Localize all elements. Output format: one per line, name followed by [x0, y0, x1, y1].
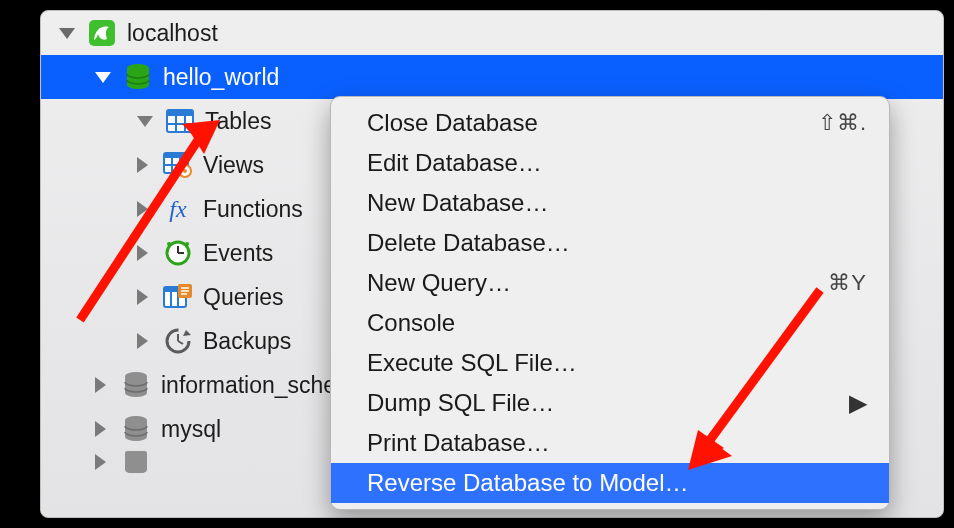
menu-item-label: Delete Database… — [367, 229, 867, 257]
chevron-down-icon[interactable] — [59, 28, 75, 39]
query-icon — [163, 282, 193, 312]
svg-point-18 — [185, 242, 189, 246]
views-label: Views — [203, 152, 264, 179]
chevron-right-icon[interactable] — [137, 157, 148, 173]
svg-point-17 — [167, 242, 171, 246]
menu-item-label: New Database… — [367, 189, 867, 217]
chevron-down-icon[interactable] — [137, 116, 153, 127]
menu-item-label: New Query… — [367, 269, 828, 297]
table-icon — [165, 106, 195, 136]
backups-label: Backups — [203, 328, 291, 355]
menu-item-execute-sql-file[interactable]: Execute SQL File… — [331, 343, 889, 383]
svg-marker-28 — [183, 330, 191, 336]
database-icon — [121, 370, 151, 400]
menu-item-label: Edit Database… — [367, 149, 867, 177]
view-icon — [163, 150, 193, 180]
menu-item-new-database[interactable]: New Database… — [331, 183, 889, 223]
shortcut-text: ⇧⌘. — [818, 110, 867, 136]
menu-item-dump-sql-file[interactable]: Dump SQL File… ▶ — [331, 383, 889, 423]
menu-item-label: Execute SQL File… — [367, 349, 867, 377]
connection-icon — [87, 18, 117, 48]
functions-label: Functions — [203, 196, 303, 223]
context-menu: Close Database ⇧⌘. Edit Database… New Da… — [330, 96, 890, 510]
chevron-right-icon[interactable] — [95, 454, 106, 470]
events-label: Events — [203, 240, 273, 267]
menu-item-print-database[interactable]: Print Database… — [331, 423, 889, 463]
queries-label: Queries — [203, 284, 284, 311]
database-icon — [121, 414, 151, 444]
svg-point-13 — [183, 169, 187, 173]
database-icon — [121, 451, 151, 473]
svg-rect-3 — [167, 110, 193, 116]
database-label: mysql — [161, 416, 221, 443]
function-icon: fx — [163, 194, 193, 224]
menu-item-label: Close Database — [367, 109, 818, 137]
menu-item-label: Console — [367, 309, 867, 337]
menu-item-label: Reverse Database to Model… — [367, 469, 867, 497]
chevron-right-icon[interactable] — [137, 289, 148, 305]
tables-label: Tables — [205, 108, 271, 135]
menu-item-close-database[interactable]: Close Database ⇧⌘. — [331, 103, 889, 143]
chevron-right-icon[interactable] — [137, 245, 148, 261]
connection-label: localhost — [127, 20, 218, 47]
chevron-down-icon[interactable] — [95, 72, 111, 83]
submenu-arrow-icon: ▶ — [849, 389, 867, 417]
menu-item-console[interactable]: Console — [331, 303, 889, 343]
menu-item-label: Print Database… — [367, 429, 867, 457]
tree-row-connection[interactable]: localhost — [41, 11, 943, 55]
tree-row-database-selected[interactable]: hello_world — [41, 55, 943, 99]
svg-rect-8 — [164, 153, 188, 158]
database-label: hello_world — [163, 64, 279, 91]
menu-item-new-query[interactable]: New Query… ⌘Y — [331, 263, 889, 303]
menu-item-delete-database[interactable]: Delete Database… — [331, 223, 889, 263]
shortcut-text: ⌘Y — [828, 270, 867, 296]
chevron-right-icon[interactable] — [95, 377, 106, 393]
chevron-right-icon[interactable] — [95, 421, 106, 437]
backup-icon — [163, 326, 193, 356]
clock-icon — [163, 238, 193, 268]
menu-item-reverse-database-to-model[interactable]: Reverse Database to Model… — [331, 463, 889, 503]
database-icon — [123, 62, 153, 92]
menu-item-edit-database[interactable]: Edit Database… — [331, 143, 889, 183]
menu-item-label: Dump SQL File… — [367, 389, 849, 417]
svg-line-30 — [178, 341, 183, 344]
chevron-right-icon[interactable] — [137, 333, 148, 349]
chevron-right-icon[interactable] — [137, 201, 148, 217]
